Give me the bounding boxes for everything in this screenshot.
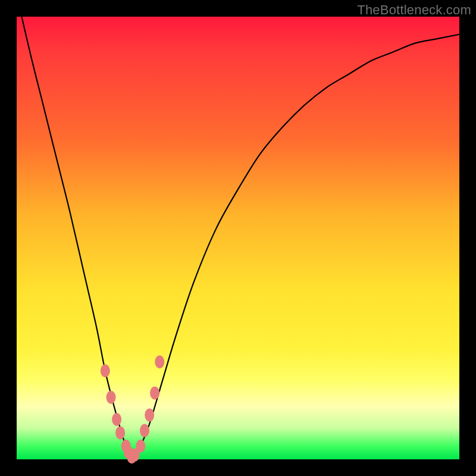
marker-dot — [101, 364, 110, 377]
marker-dot — [150, 386, 159, 399]
marker-dot — [155, 355, 164, 368]
marker-dot — [136, 440, 145, 453]
marker-dot — [107, 391, 116, 404]
outer-frame: TheBottleneck.com — [0, 0, 476, 476]
plot-area — [17, 17, 459, 459]
marker-dot — [112, 413, 121, 426]
marker-dot — [145, 409, 154, 422]
bottleneck-curve — [17, 0, 459, 459]
chart-svg — [17, 17, 459, 459]
watermark-text: TheBottleneck.com — [357, 2, 471, 18]
marker-dot — [115, 426, 125, 439]
marker-group — [101, 355, 164, 464]
marker-dot — [140, 424, 149, 437]
